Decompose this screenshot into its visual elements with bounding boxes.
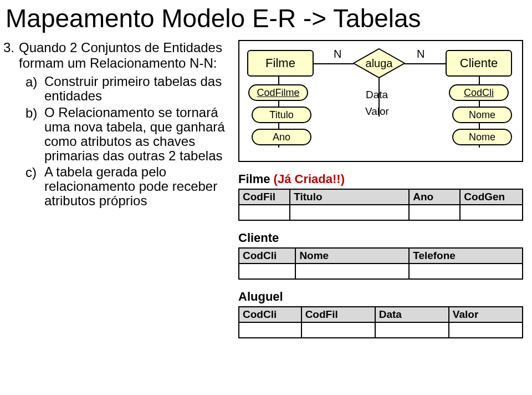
entity-filme-label: Filme xyxy=(265,56,295,70)
attr-nome2-label: Nome xyxy=(469,131,495,143)
table-cliente-title: Cliente xyxy=(238,231,523,245)
relationship-aluga-label: aluga xyxy=(352,48,406,79)
table-filme-title-suffix: (Já Criada!!) xyxy=(274,172,345,186)
step-number: 3. xyxy=(3,40,19,71)
relationship-aluga: aluga xyxy=(352,48,406,79)
substep-b-letter: b) xyxy=(25,105,44,163)
rel-attr-valor: Valor xyxy=(365,105,389,118)
cardinality-left: N xyxy=(334,48,341,60)
entity-cliente: Cliente xyxy=(446,50,512,77)
sublist: a) Construir primeiro tabelas das entida… xyxy=(3,74,238,208)
attr-codfilme-label: CodFilme xyxy=(257,87,299,99)
er-diagram: Filme Cliente aluga N N CodFilme Titulo xyxy=(238,40,523,162)
table-filme-title: Filme (Já Criada!!) xyxy=(238,172,523,186)
step-3: 3. Quando 2 Conjuntos de Entidades forma… xyxy=(3,40,238,71)
entity-filme: Filme xyxy=(247,50,314,77)
step-text: Quando 2 Conjuntos de Entidades formam u… xyxy=(19,40,238,71)
attr-nome2: Nome xyxy=(452,129,512,145)
left-text-column: 3. Quando 2 Conjuntos de Entidades forma… xyxy=(0,40,238,338)
page-title: Mapeamento Modelo E-R -> Tabelas xyxy=(0,0,532,40)
substep-a-text: Construir primeiro tabelas das entidades xyxy=(44,74,238,103)
table-filme-title-prefix: Filme xyxy=(238,172,270,186)
table-aluguel: CodCli CodFil Data Valor xyxy=(238,306,523,338)
cardinality-right: N xyxy=(417,48,424,60)
table-aluguel-title: Aluguel xyxy=(238,290,523,304)
substep-a: a) Construir primeiro tabelas das entida… xyxy=(25,74,238,103)
col-codfil2: CodFil xyxy=(301,307,375,322)
attr-nome1: Nome xyxy=(452,107,512,123)
table-row: CodFil Titulo Ano CodGen xyxy=(239,189,523,205)
col-telefone: Telefone xyxy=(409,248,523,264)
attr-ano: Ano xyxy=(252,129,311,145)
right-diagram-column: Filme Cliente aluga N N CodFilme Titulo xyxy=(238,40,526,338)
attr-nome1-label: Nome xyxy=(469,109,495,121)
substep-c-letter: c) xyxy=(25,165,44,208)
col-codcli: CodCli xyxy=(239,248,295,264)
attr-codcli-label: CodCli xyxy=(464,87,494,99)
table-row: CodCli CodFil Data Valor xyxy=(239,307,523,322)
col-data: Data xyxy=(375,307,449,322)
table-cliente: CodCli Nome Telefone xyxy=(238,247,523,280)
substep-c: c) A tabela gerada pelo relacionamento p… xyxy=(25,165,238,208)
table-row: CodCli Nome Telefone xyxy=(239,248,523,264)
col-codfil: CodFil xyxy=(239,189,290,205)
content-area: 3. Quando 2 Conjuntos de Entidades forma… xyxy=(0,40,532,338)
attr-codfilme: CodFilme xyxy=(248,84,308,101)
col-titulo: Titulo xyxy=(290,189,409,205)
col-ano: Ano xyxy=(409,189,460,205)
table-row xyxy=(239,322,523,338)
attr-titulo: Titulo xyxy=(252,107,311,123)
attr-ano-label: Ano xyxy=(273,131,290,143)
attr-codcli: CodCli xyxy=(449,84,509,101)
substep-c-text: A tabela gerada pelo relacionamento pode… xyxy=(44,165,238,208)
entity-cliente-label: Cliente xyxy=(460,56,498,70)
table-row xyxy=(239,205,523,220)
col-nome: Nome xyxy=(295,248,409,264)
col-codcli2: CodCli xyxy=(239,307,301,322)
col-codgen: CodGen xyxy=(460,189,523,205)
table-filme: CodFil Titulo Ano CodGen xyxy=(238,189,523,221)
substep-a-letter: a) xyxy=(25,74,44,103)
substep-b: b) O Relacionamento se tornará uma nova … xyxy=(25,105,238,163)
attr-titulo-label: Titulo xyxy=(269,109,293,121)
col-valor: Valor xyxy=(449,307,523,322)
rel-attr-data: Data xyxy=(366,89,388,101)
table-row xyxy=(239,264,523,279)
substep-b-text: O Relacionamento se tornará uma nova tab… xyxy=(44,105,238,163)
